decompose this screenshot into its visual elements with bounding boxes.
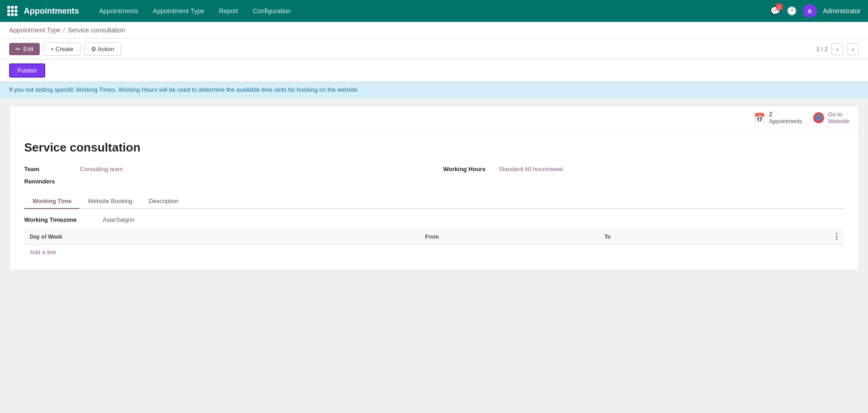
messages-icon[interactable]: 💬 1 xyxy=(770,6,780,16)
calendar-icon: 📅 xyxy=(754,112,765,123)
breadcrumb: Appointment Type / Service consultation xyxy=(0,22,868,39)
breadcrumb-separator: / xyxy=(64,26,65,34)
tab-description[interactable]: Description xyxy=(141,194,187,209)
pager-next-button[interactable]: › xyxy=(847,43,859,55)
username: Administrator xyxy=(823,7,861,15)
app-grid-icon[interactable] xyxy=(7,6,17,16)
appointments-stat[interactable]: 📅 2 Appointments xyxy=(754,110,802,125)
timezone-field-row: Working Timezone Asia/Saigon xyxy=(24,216,844,223)
record-title: Service consultation xyxy=(24,141,844,155)
reminders-field-row: Reminders xyxy=(24,178,425,185)
tab-website-booking[interactable]: Website Booking xyxy=(79,194,140,209)
action-bar: ✏ Edit + Create ⚙ Action 1 / 2 ‹ › xyxy=(0,39,868,60)
edit-button[interactable]: ✏ Edit xyxy=(9,43,40,55)
reminders-label: Reminders xyxy=(24,178,74,185)
working-hours-label: Working Hours xyxy=(443,166,493,173)
main-content: 📅 2 Appointments 🌐 Go to Website Service… xyxy=(0,98,868,278)
working-time-tab-content: Working Timezone Asia/Saigon Day of Week… xyxy=(24,216,844,259)
app-title: Appointments xyxy=(24,6,79,16)
stats-bar: 📅 2 Appointments 🌐 Go to Website xyxy=(10,106,858,130)
team-value[interactable]: Consulting team xyxy=(80,166,123,173)
action-button[interactable]: ⚙ Action xyxy=(84,42,121,56)
pager-text: 1 / 2 xyxy=(816,46,828,52)
edit-label: Edit xyxy=(23,46,33,52)
avatar[interactable]: A xyxy=(803,4,817,18)
breadcrumb-current: Service consultation xyxy=(68,26,125,34)
nav-appointment-type[interactable]: Appointment Type xyxy=(147,5,211,17)
add-line-button[interactable]: Add a line xyxy=(24,245,62,259)
timezone-label: Working Timezone xyxy=(24,216,97,223)
left-fields: Team Consulting team Reminders xyxy=(24,166,425,185)
working-hours-value[interactable]: Standard 40 hours/week xyxy=(499,166,563,173)
appointments-count: 2 xyxy=(769,110,802,118)
col-to: To xyxy=(599,229,724,245)
nav-report[interactable]: Report xyxy=(212,5,244,17)
timezone-value: Asia/Saigon xyxy=(103,216,134,223)
table-actions-icon[interactable]: ⋮ xyxy=(833,233,840,240)
nav-appointments[interactable]: Appointments xyxy=(93,5,145,17)
goto-line2: Website xyxy=(828,118,849,125)
team-field-row: Team Consulting team xyxy=(24,166,425,173)
record-card: 📅 2 Appointments 🌐 Go to Website Service… xyxy=(9,105,859,271)
team-label: Team xyxy=(24,166,74,173)
goto-website-text: Go to Website xyxy=(828,111,849,125)
publish-button[interactable]: Publish xyxy=(9,63,45,78)
top-navigation: Appointments Appointments Appointment Ty… xyxy=(0,0,868,22)
tabs-bar: Working Time Website Booking Description xyxy=(24,194,844,209)
goto-line1: Go to xyxy=(828,111,849,118)
topnav-right-section: 💬 1 🕐 A Administrator xyxy=(770,4,861,18)
info-banner-text: If you not setting specific Working Time… xyxy=(9,86,359,93)
breadcrumb-parent[interactable]: Appointment Type xyxy=(9,26,61,34)
nav-configuration[interactable]: Configuration xyxy=(246,5,297,17)
publish-bar: Publish xyxy=(0,60,868,82)
right-fields: Working Hours Standard 40 hours/week xyxy=(443,166,844,185)
record-body: Service consultation Team Consulting tea… xyxy=(10,130,858,270)
appointments-label: Appointments xyxy=(769,118,802,125)
pager-prev-button[interactable]: ‹ xyxy=(831,43,843,55)
clock-icon[interactable]: 🕐 xyxy=(787,6,797,16)
info-banner: If you not setting specific Working Time… xyxy=(0,82,868,98)
col-actions: ⋮ xyxy=(724,229,844,245)
working-hours-field-row: Working Hours Standard 40 hours/week xyxy=(443,166,844,173)
goto-website-link[interactable]: 🌐 Go to Website xyxy=(813,111,849,125)
notification-badge: 1 xyxy=(776,3,783,10)
edit-icon: ✏ xyxy=(16,46,21,52)
col-day-of-week: Day of Week xyxy=(24,229,340,245)
col-from: From xyxy=(420,229,599,245)
fields-grid: Team Consulting team Reminders Working H… xyxy=(24,166,844,185)
website-globe-icon: 🌐 xyxy=(813,112,824,123)
schedule-table: Day of Week From To ⋮ xyxy=(24,229,844,245)
create-button[interactable]: + Create xyxy=(43,42,80,56)
top-menu: Appointments Appointment Type Report Con… xyxy=(93,5,770,17)
tab-working-time[interactable]: Working Time xyxy=(24,194,79,209)
pager-section: 1 / 2 ‹ › xyxy=(816,43,859,55)
col-spacer xyxy=(340,229,419,245)
